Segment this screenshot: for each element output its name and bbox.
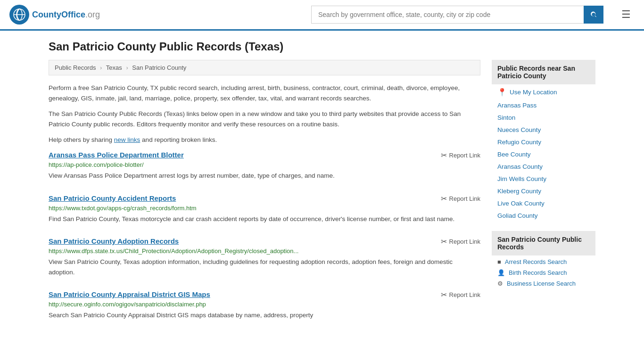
record-item: San Patricio County Accident Reports ✂ R… xyxy=(49,194,480,224)
content-layout: Public Records › Texas › San Patricio Co… xyxy=(49,60,595,334)
record-desc-1: Find San Patricio County, Texas motorcyc… xyxy=(49,214,480,224)
logo-link[interactable]: CountyOffice.org xyxy=(9,5,100,25)
sidebar-nearby-item: Nueces County xyxy=(492,123,595,136)
sidebar-nearby-link-8[interactable]: Kleberg County xyxy=(497,188,541,195)
menu-button[interactable]: ☰ xyxy=(618,7,635,23)
sidebar-nearby-list: 📍Use My LocationAransas PassSintonNueces… xyxy=(492,85,595,222)
sidebar-nearby-link-3[interactable]: Nueces County xyxy=(497,126,541,133)
record-title-3[interactable]: San Patricio County Appraisal District G… xyxy=(49,290,210,298)
record-header: San Patricio County Adoption Records ✂ R… xyxy=(49,237,480,246)
location-pin-icon: 📍 xyxy=(497,88,507,97)
record-header: San Patricio County Appraisal District G… xyxy=(49,290,480,299)
page-title: San Patricio County Public Records (Texa… xyxy=(49,40,595,53)
breadcrumb-sep-1: › xyxy=(100,64,102,71)
sidebar-nearby-item: Refugio County xyxy=(492,136,595,148)
report-link-label-2: Report Link xyxy=(449,238,480,245)
sidebar-nearby-link-1[interactable]: Aransas Pass xyxy=(497,102,537,109)
record-item: San Patricio County Adoption Records ✂ R… xyxy=(49,237,480,277)
sidebar: Public Records near San Patricio County … xyxy=(492,60,595,334)
sidebar-nearby-item: 📍Use My Location xyxy=(492,85,595,99)
sidebar-record-item: 👤 Birth Records Search xyxy=(492,267,595,278)
report-link-label-0: Report Link xyxy=(449,152,480,159)
sidebar-nearby-link-2[interactable]: Sinton xyxy=(497,114,515,121)
sidebar-records-section: San Patricio County Public Records ■ Arr… xyxy=(492,231,595,289)
site-header: CountyOffice.org ☰ xyxy=(0,0,644,31)
sidebar-record-item: ■ Arrest Records Search xyxy=(492,256,595,267)
intro-para1: Perform a free San Patricio County, TX p… xyxy=(49,83,480,103)
breadcrumb-current: San Patricio County xyxy=(132,64,186,71)
logo-icon xyxy=(9,5,29,25)
sidebar-records-header: San Patricio County Public Records xyxy=(492,231,595,255)
record-title-0[interactable]: Aransas Pass Police Department Blotter xyxy=(49,151,184,159)
report-icon-3: ✂ xyxy=(441,290,447,299)
record-desc-2: View San Patricio County, Texas adoption… xyxy=(49,257,480,277)
record-desc-0: View Aransas Pass Police Department arre… xyxy=(49,171,480,181)
sidebar-record-icon-2: ⚙ xyxy=(497,280,503,287)
report-link-label-1: Report Link xyxy=(449,195,480,202)
report-link-0[interactable]: ✂ Report Link xyxy=(441,151,480,160)
report-icon-1: ✂ xyxy=(441,194,447,203)
report-link-3[interactable]: ✂ Report Link xyxy=(441,290,480,299)
breadcrumb: Public Records › Texas › San Patricio Co… xyxy=(49,60,480,75)
record-url-3[interactable]: http://secure.oginfo.com/ogigov/sanpatri… xyxy=(49,301,480,308)
search-button[interactable] xyxy=(584,6,603,24)
sidebar-nearby-item: Sinton xyxy=(492,111,595,123)
record-url-0[interactable]: https://ap-police.com/police-blotter/ xyxy=(49,161,480,168)
sidebar-nearby-item: Kleberg County xyxy=(492,185,595,197)
sidebar-nearby-link-7[interactable]: Jim Wells County xyxy=(497,175,546,182)
sidebar-nearby-item: Goliad County xyxy=(492,209,595,222)
sidebar-record-icon-1: 👤 xyxy=(497,269,505,276)
sidebar-record-link-1[interactable]: Birth Records Search xyxy=(509,269,567,276)
intro-para3: Help others by sharing new links and rep… xyxy=(49,135,480,145)
search-input[interactable] xyxy=(311,6,584,24)
record-item: Aransas Pass Police Department Blotter ✂… xyxy=(49,151,480,181)
report-icon-0: ✂ xyxy=(441,151,447,160)
record-item: San Patricio County Appraisal District G… xyxy=(49,290,480,321)
record-title-2[interactable]: San Patricio County Adoption Records xyxy=(49,237,179,245)
report-link-1[interactable]: ✂ Report Link xyxy=(441,194,480,203)
sidebar-nearby-item: Aransas County xyxy=(492,160,595,173)
sidebar-record-item: ⚙ Business License Search xyxy=(492,278,595,289)
breadcrumb-sep-2: › xyxy=(126,64,128,71)
sidebar-nearby-item: Aransas Pass xyxy=(492,99,595,111)
record-url-1[interactable]: https://www.txdot.gov/apps-cg/crash_reco… xyxy=(49,205,480,212)
sidebar-nearby-item: Live Oak County xyxy=(492,197,595,209)
page-wrap: San Patricio County Public Records (Texa… xyxy=(39,31,605,343)
record-url-2[interactable]: https://www.dfps.state.tx.us/Child_Prote… xyxy=(49,247,480,255)
record-title-1[interactable]: San Patricio County Accident Reports xyxy=(49,194,176,202)
sidebar-records-list: ■ Arrest Records Search 👤 Birth Records … xyxy=(492,256,595,289)
new-links-link[interactable]: new links xyxy=(114,136,140,143)
search-bar xyxy=(311,6,603,24)
logo-text: CountyOffice.org xyxy=(32,10,100,20)
report-link-label-3: Report Link xyxy=(449,291,480,298)
breadcrumb-texas[interactable]: Texas xyxy=(106,64,122,71)
sidebar-nearby-section: Public Records near San Patricio County … xyxy=(492,60,595,222)
sidebar-nearby-header: Public Records near San Patricio County xyxy=(492,60,595,84)
sidebar-record-icon-0: ■ xyxy=(497,258,501,265)
sidebar-nearby-link-10[interactable]: Goliad County xyxy=(497,212,538,219)
sidebar-nearby-item: Jim Wells County xyxy=(492,173,595,185)
intro-para2: The San Patricio County Public Records (… xyxy=(49,109,480,129)
sidebar-nearby-item: Bee County xyxy=(492,148,595,160)
record-desc-3: Search San Patricio County Appraisal Dis… xyxy=(49,310,480,321)
breadcrumb-public-records[interactable]: Public Records xyxy=(55,64,96,71)
main-content: Public Records › Texas › San Patricio Co… xyxy=(49,60,480,334)
sidebar-nearby-link-6[interactable]: Aransas County xyxy=(497,163,543,170)
report-link-2[interactable]: ✂ Report Link xyxy=(441,237,480,246)
use-location-link[interactable]: Use My Location xyxy=(510,89,557,96)
sidebar-nearby-link-9[interactable]: Live Oak County xyxy=(497,200,545,207)
record-header: San Patricio County Accident Reports ✂ R… xyxy=(49,194,480,203)
report-icon-2: ✂ xyxy=(441,237,447,246)
records-list: Aransas Pass Police Department Blotter ✂… xyxy=(49,151,480,321)
sidebar-nearby-link-5[interactable]: Bee County xyxy=(497,151,531,158)
sidebar-record-link-2[interactable]: Business License Search xyxy=(507,280,576,287)
record-header: Aransas Pass Police Department Blotter ✂… xyxy=(49,151,480,160)
sidebar-record-link-0[interactable]: Arrest Records Search xyxy=(505,258,567,265)
sidebar-nearby-link-4[interactable]: Refugio County xyxy=(497,139,541,146)
